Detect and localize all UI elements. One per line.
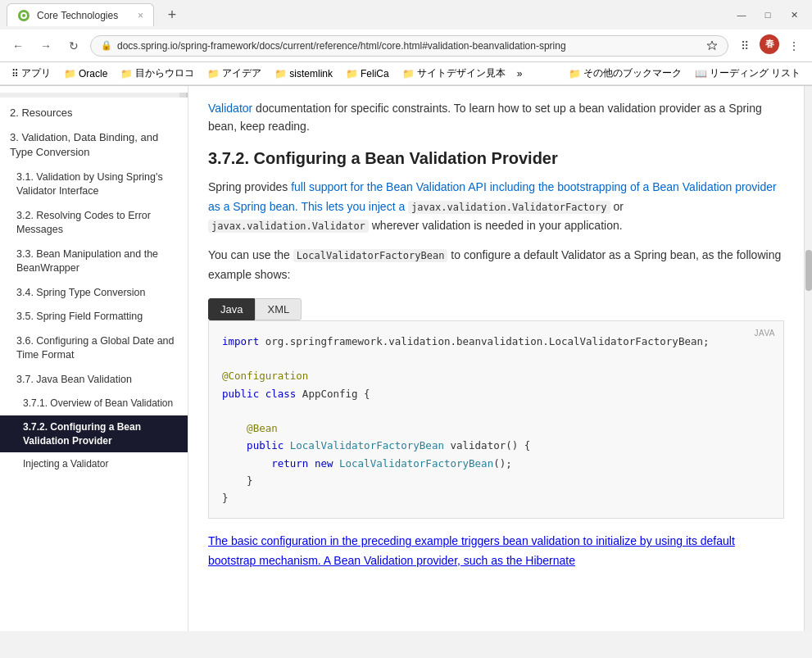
close-button[interactable]: ✕ (783, 6, 805, 24)
content-para-1: Spring provides full support for the Bea… (208, 178, 784, 236)
folder-icon-3: 📁 (207, 68, 220, 79)
para1-or: or (613, 200, 623, 213)
code-tab-container: Java XML JAVA import org.springframework… (208, 298, 784, 520)
bookmark-sistemlink[interactable]: 📁 sistemlink (270, 66, 338, 81)
bookmark-mekara[interactable]: 📁 目からウロコ (116, 65, 199, 82)
sidebar-item-372[interactable]: 3.7.2. Configuring a Bean Validation Pro… (0, 415, 188, 453)
url-text: docs.spring.io/spring-framework/docs/cur… (117, 40, 701, 52)
folder-icon-2: 📁 (120, 68, 133, 79)
lock-icon: 🔒 (101, 40, 112, 51)
back-button[interactable]: ← (7, 34, 29, 57)
para1-before: Spring provides (208, 180, 291, 193)
sidebar-item-34[interactable]: 3.4. Spring Type Conversion (0, 281, 188, 306)
active-tab[interactable]: Core Technologies × (7, 3, 154, 26)
para1-code2: javax.validation.Validator (208, 220, 369, 233)
browser-chrome: Core Technologies × + — □ ✕ ← → ↻ 🔒 docs… (0, 0, 812, 86)
code-block: JAVA import org.springframework.validati… (208, 320, 784, 520)
code-language-label: JAVA (754, 326, 775, 340)
bookmark-reading[interactable]: 📖 リーディング リスト (690, 65, 805, 82)
refresh-button[interactable]: ↻ (62, 34, 85, 57)
folder-icon-5: 📁 (346, 68, 358, 79)
bottom-link[interactable]: The basic configuration in the preceding… (208, 534, 735, 567)
code-content: import org.springframework.validation.be… (222, 333, 770, 507)
sidebar-item-33[interactable]: 3.3. Bean Manipulation and the BeanWrapp… (0, 243, 188, 281)
svg-point-2 (22, 14, 25, 17)
profile-button[interactable]: 春 (760, 34, 779, 54)
new-tab-button[interactable]: + (161, 3, 184, 26)
para2-code: LocalValidatorFactoryBean (293, 249, 448, 262)
intro-paragraph: Validator documentation for specific con… (208, 99, 784, 136)
bookmark-felica[interactable]: 📁 FeliCa (341, 66, 394, 81)
bookmark-idea[interactable]: 📁 アイデア (202, 65, 266, 82)
window-controls: — □ ✕ (730, 6, 805, 24)
apps-icon: ⠿ (11, 68, 19, 79)
address-bar[interactable]: 🔒 docs.spring.io/spring-framework/docs/c… (90, 35, 728, 57)
para2-before: You can use the (208, 248, 293, 261)
content-para-2: You can use the LocalValidatorFactoryBea… (208, 246, 784, 285)
extensions-button[interactable]: ⠿ (733, 34, 756, 57)
maximize-button[interactable]: □ (756, 6, 779, 24)
sidebar: 2. Resources 3. Validation, Data Binding… (0, 86, 188, 631)
title-bar: Core Technologies × + — □ ✕ (0, 0, 812, 29)
sidebar-item-371[interactable]: 3.7.1. Overview of Bean Validation (0, 392, 188, 415)
folder-icon: 📁 (64, 68, 76, 79)
folder-icon-6: 📁 (402, 68, 415, 79)
validator-link[interactable]: Validator (208, 102, 252, 115)
scrollbar-thumb (805, 250, 812, 291)
folder-icon-7: 📁 (569, 68, 581, 79)
bookmarks-bar: ⠿ アプリ 📁 Oracle 📁 目からウロコ 📁 アイデア 📁 sisteml… (0, 62, 812, 85)
sidebar-item-injecting[interactable]: Injecting a Validator (0, 452, 188, 476)
nav-bar: ← → ↻ 🔒 docs.spring.io/spring-framework/… (0, 29, 812, 62)
java-tab-button[interactable]: Java (208, 298, 255, 320)
tab-buttons: Java XML (208, 298, 784, 320)
para1-after: wherever validation is needed in your ap… (372, 219, 623, 232)
section-title: 3.7.2. Configuring a Bean Validation Pro… (208, 149, 784, 168)
bottom-paragraph: The basic configuration in the preceding… (208, 532, 784, 571)
tab-favicon (17, 9, 30, 22)
para1-code1: javax.validation.ValidatorFactory (408, 201, 610, 214)
nav-icons: ⠿ 春 ⋮ (733, 34, 805, 57)
sidebar-item-37[interactable]: 3.7. Java Bean Validation (0, 368, 188, 393)
page-content: 2. Resources 3. Validation, Data Binding… (0, 86, 812, 631)
reading-icon: 📖 (695, 68, 707, 79)
main-content: Validator documentation for specific con… (188, 86, 804, 631)
folder-icon-4: 📁 (274, 68, 287, 79)
intro-text-after: documentation for specific constraints. … (208, 102, 762, 133)
bookmark-others[interactable]: 📁 その他のブックマーク (564, 65, 687, 82)
sidebar-item-36[interactable]: 3.6. Configuring a Global Date and Time … (0, 329, 188, 368)
bookmark-apps[interactable]: ⠿ アプリ (7, 65, 56, 82)
bookmark-oracle[interactable]: 📁 Oracle (59, 66, 112, 81)
sidebar-item-31[interactable]: 3.1. Validation by Using Spring's Valida… (0, 166, 188, 204)
sidebar-item-3[interactable]: 3. Validation, Data Binding, and Type Co… (0, 125, 188, 165)
close-tab-button[interactable]: × (138, 10, 143, 21)
sidebar-item-35[interactable]: 3.5. Spring Field Formatting (0, 305, 188, 329)
tab-title: Core Technologies (37, 10, 131, 21)
minimize-button[interactable]: — (730, 6, 753, 24)
star-icon[interactable] (706, 40, 718, 52)
xml-tab-button[interactable]: XML (255, 298, 302, 320)
forward-button[interactable]: → (34, 34, 57, 57)
bookmark-more[interactable]: » (514, 66, 526, 81)
bookmark-site-design[interactable]: 📁 サイトデザイン見本 (397, 65, 510, 82)
sidebar-item-2[interactable]: 2. Resources (0, 101, 188, 125)
main-scrollbar[interactable] (804, 86, 812, 631)
sidebar-item-32[interactable]: 3.2. Resolving Codes to Error Messages (0, 204, 188, 243)
menu-button[interactable]: ⋮ (783, 34, 805, 57)
